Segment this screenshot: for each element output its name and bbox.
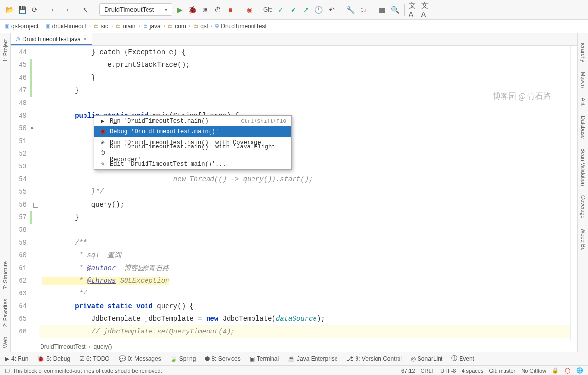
attach-debug-icon[interactable]: ◉ (244, 4, 255, 15)
crumb-item[interactable]: DruidTimeoutTest (40, 343, 86, 350)
indent[interactable]: 4 spaces (462, 368, 483, 374)
tool-window-label: Spring (179, 355, 196, 362)
coverage-icon[interactable]: ⛯ (200, 4, 210, 15)
project-structure-icon[interactable]: 🗂 (358, 4, 369, 15)
tool-window-button[interactable]: ☕Java Enterprise (288, 355, 337, 362)
tool-window-button[interactable]: ⓘEvent (451, 354, 474, 363)
profile-icon[interactable]: ⏱ (212, 4, 223, 15)
breadcrumb-item[interactable]: 🗀src (94, 23, 108, 30)
tool-window-bar: ▶4: Run🐞5: Debug☑6: TODO💬0: Messages🍃Spr… (0, 352, 588, 365)
breadcrumb-item[interactable]: ▣qsl-project (5, 23, 38, 30)
save-all-icon[interactable]: 💾 (17, 4, 27, 15)
context-menu-item[interactable]: ✎Edit 'DruidTimeoutTest.main()'... (94, 159, 291, 169)
layout-icon[interactable]: ▦ (377, 4, 388, 15)
code-editor[interactable]: 4445464748495051525354555657585960616263… (11, 46, 577, 341)
run-config-select[interactable]: DruidTimeoutTest ▾ (99, 3, 172, 16)
code-content[interactable]: 博客园 @ 青石路 } catch (Exception e) { e.prin… (39, 46, 570, 341)
git-push-icon[interactable]: ↗ (301, 4, 312, 15)
main-toolbar: 📂 💾 ⟳ ← → ↖ DruidTimeoutTest ▾ ▶ 🐞 ⛯ ⏱ ■… (0, 0, 588, 20)
chevron-down-icon: ▾ (165, 7, 167, 12)
line-sep[interactable]: CRLF (421, 368, 435, 374)
gutter-marks (30, 46, 39, 341)
breadcrumb-item[interactable]: 🗀java (143, 23, 161, 30)
translate-b-icon[interactable]: 文A (421, 4, 432, 15)
breadcrumb: ▣qsl-project› ▣druid-timeout› 🗀src› 🗀mai… (0, 20, 588, 33)
tool-window-button[interactable]: 🍃Spring (170, 355, 196, 362)
tool-window-icon: ⬢ (205, 355, 210, 362)
tool-window-label: 8: Services (211, 355, 240, 362)
cursor-position[interactable]: 67:12 (401, 368, 415, 374)
tool-window-icon: 🍃 (170, 355, 177, 362)
back-icon[interactable]: ← (48, 4, 59, 15)
sidebar-item-weed[interactable]: Weed Bo (579, 225, 587, 254)
breadcrumb-item[interactable]: 🗀qsl (193, 23, 208, 30)
crumb-item[interactable]: query() (94, 343, 112, 350)
profiler-icon[interactable]: ◯ (565, 367, 570, 374)
git-revert-icon[interactable]: ↶ (326, 4, 337, 15)
breadcrumb-item[interactable]: ▣druid-timeout (46, 23, 86, 30)
undo-arrow-icon[interactable]: ↖ (80, 4, 91, 15)
lock-icon[interactable]: 🔒 (552, 367, 559, 374)
git-pull-icon[interactable]: ✓ (275, 4, 286, 15)
git-commit-icon[interactable]: ✔ (288, 4, 299, 15)
line-number-gutter: 4445464748495051525354555657585960616263… (11, 46, 30, 341)
sidebar-item-hierarchy[interactable]: Hierarchy (579, 35, 587, 66)
tool-window-button[interactable]: ☑6: TODO (79, 355, 110, 362)
tool-window-icon: ⓘ (451, 354, 457, 363)
sidebar-item-ant[interactable]: Ant (579, 94, 587, 110)
close-icon[interactable]: × (84, 36, 87, 42)
tool-window-label: Terminal (257, 355, 279, 362)
search-icon[interactable]: 🔍 (390, 4, 400, 15)
tool-window-label: SonarLint (418, 355, 442, 362)
debug-icon[interactable]: 🐞 (187, 4, 198, 15)
tool-window-button[interactable]: ▶4: Run (5, 355, 28, 362)
sidebar-item-structure[interactable]: 7: Structure (1, 257, 9, 293)
error-stripe[interactable] (570, 46, 577, 341)
translate-a-icon[interactable]: 文A (409, 4, 420, 15)
tool-window-label: 0: Messages (128, 355, 161, 362)
tool-window-icon: ▶ (5, 355, 9, 362)
git-history-icon[interactable]: 🕘 (314, 4, 324, 15)
tab-title: DruidTimeoutTest.java (22, 36, 81, 42)
tool-window-button[interactable]: ⬢8: Services (205, 355, 240, 362)
stop-icon[interactable]: ■ (225, 4, 236, 15)
open-file-icon[interactable]: 📂 (4, 4, 15, 15)
sidebar-item-database[interactable]: Database (579, 112, 587, 143)
tool-window-button[interactable]: ⎇9: Version Control (346, 355, 401, 362)
tool-window-button[interactable]: ◎SonarLint (411, 355, 442, 362)
tool-window-button[interactable]: 🐞5: Debug (37, 355, 70, 362)
sync-icon[interactable]: ⟳ (29, 4, 40, 15)
git-label: Git: (263, 6, 273, 13)
context-menu-item[interactable]: 🐞Debug 'DruidTimeoutTest.main()' (94, 126, 291, 137)
sidebar-item-maven[interactable]: Maven (579, 68, 587, 92)
sidebar-item-coverage[interactable]: Coverage (579, 191, 587, 223)
encoding[interactable]: UTF-8 (441, 368, 456, 374)
context-menu-item[interactable]: ⏱Run 'DruidTimeoutTest.main()' with 'Jav… (94, 148, 291, 159)
editor-tab-row: © DruidTimeoutTest.java × (11, 33, 577, 46)
menu-item-icon: ✎ (99, 158, 106, 170)
build-icon[interactable]: 🔧 (345, 4, 356, 15)
context-menu: ▶Run 'DruidTimeoutTest.main()'Ctrl+Shift… (94, 115, 292, 170)
breadcrumb-item[interactable]: ©DruidTimeoutTest (215, 23, 267, 30)
watermark: 博客园 @ 青石路 (493, 90, 551, 103)
sidebar-item-bean-validation[interactable]: Bean Validation (579, 145, 587, 189)
browser-icon[interactable]: 🌐 (576, 367, 583, 374)
editor-tab[interactable]: © DruidTimeoutTest.java × (11, 33, 92, 45)
forward-icon[interactable]: → (61, 4, 72, 15)
sidebar-item-favorites[interactable]: 2: Favorites (1, 295, 9, 331)
tool-window-icon: ⎇ (346, 355, 353, 362)
tool-window-label: 4: Run (11, 355, 28, 362)
status-bar: ▢ This block of commented-out lines of c… (0, 365, 588, 375)
breadcrumb-item[interactable]: 🗀com (168, 23, 186, 30)
breadcrumb-item[interactable]: 🗀main (116, 23, 135, 30)
tool-window-icon: ◎ (411, 355, 416, 362)
run-icon[interactable]: ▶ (174, 4, 185, 15)
context-menu-item[interactable]: ▶Run 'DruidTimeoutTest.main()'Ctrl+Shift… (94, 116, 291, 126)
sidebar-item-project[interactable]: 1: Project (1, 35, 9, 65)
tool-window-button[interactable]: ▣Terminal (250, 355, 279, 362)
tool-window-icon: ▣ (250, 355, 255, 362)
git-branch[interactable]: Git: master (489, 368, 515, 374)
tool-window-button[interactable]: 💬0: Messages (119, 355, 161, 362)
gitflow-status[interactable]: No Gitflow (521, 368, 546, 374)
sidebar-item-web[interactable]: Web (1, 333, 9, 352)
